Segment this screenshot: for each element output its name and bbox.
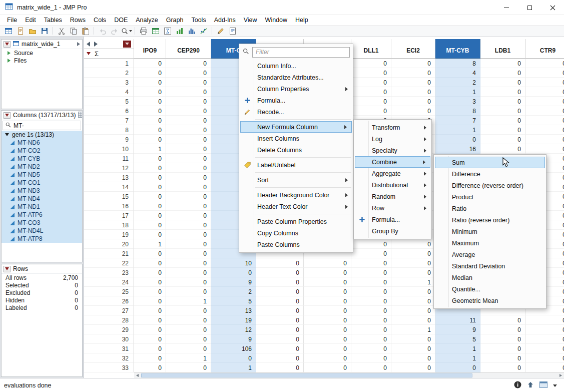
home-window-icon[interactable] [527, 381, 534, 390]
row-number[interactable]: 23 [84, 268, 134, 277]
cell[interactable]: 0 [480, 334, 525, 344]
cell[interactable]: 0 [304, 296, 351, 306]
cell[interactable]: 0 [134, 192, 166, 201]
cell[interactable]: 0 [166, 106, 211, 116]
cell[interactable]: 0 [304, 353, 351, 363]
cell[interactable]: 1 [435, 125, 480, 135]
column-list-item-mt-nd4l[interactable]: MT-ND4L [2, 227, 82, 235]
columns-view-icon[interactable] [78, 112, 82, 119]
zoom-icon[interactable] [121, 26, 132, 36]
cell[interactable]: 0 [525, 87, 564, 97]
cell[interactable]: 5 [435, 334, 480, 344]
cell[interactable]: 0 [391, 249, 435, 258]
column-list-item-mt-nd2[interactable]: MT-ND2 [2, 163, 82, 171]
cell[interactable]: 0 [166, 230, 211, 239]
column-list-item-mt-nd1[interactable]: MT-ND1 [2, 203, 82, 211]
ctx-column-info-menu-item[interactable]: Column Info... [239, 60, 353, 72]
cell[interactable]: 0 [134, 173, 166, 182]
column-list-item-mt-nd3[interactable]: MT-ND3 [2, 187, 82, 195]
cell[interactable]: 0 [134, 353, 166, 363]
cell[interactable]: 0 [166, 315, 211, 325]
red-triangle-menu-icon[interactable] [4, 266, 11, 272]
cell[interactable]: 0 [166, 173, 211, 182]
ctx-header-text-color-menu-item[interactable]: Header Text Color [239, 201, 353, 212]
menu-tools[interactable]: Tools [187, 16, 210, 25]
cell[interactable]: 0 [480, 97, 525, 106]
disclosure-triangle-icon[interactable] [8, 51, 11, 55]
column-list-item-mt-atp6[interactable]: MT-ATP6 [2, 211, 82, 219]
cell[interactable]: 0 [391, 315, 435, 325]
cell[interactable]: 0 [134, 87, 166, 97]
cell[interactable]: 0 [304, 277, 351, 287]
menu-analyze[interactable]: Analyze [132, 16, 162, 25]
column-list-item-mt-co3[interactable]: MT-CO3 [2, 219, 82, 227]
cell[interactable]: 0 [351, 268, 391, 277]
cell[interactable]: 0 [351, 277, 391, 287]
menu-cols[interactable]: Cols [90, 16, 110, 25]
ctx-formula-menu-item[interactable]: Formula... [239, 95, 353, 106]
cell[interactable]: 0 [391, 97, 435, 106]
cell[interactable]: 0 [134, 154, 166, 163]
cell[interactable]: 0 [256, 325, 304, 334]
menu-window[interactable]: Window [261, 16, 291, 25]
cell[interactable]: 0 [391, 296, 435, 306]
cell[interactable]: 0 [134, 97, 166, 106]
cell[interactable]: 0 [256, 344, 304, 353]
cell[interactable]: 0 [480, 353, 525, 363]
row-number[interactable]: 4 [84, 87, 134, 97]
row-number[interactable]: 25 [84, 287, 134, 296]
cell[interactable]: 9 [211, 334, 256, 344]
cell[interactable]: 0 [166, 363, 211, 372]
column-header-ipo9[interactable]: IPO9 [134, 39, 166, 59]
formula-editor-icon[interactable] [215, 26, 226, 36]
cell[interactable]: 16 [435, 144, 480, 154]
cell[interactable]: 0 [166, 182, 211, 192]
cell[interactable]: 0 [351, 97, 391, 106]
cell[interactable]: 11 [435, 315, 480, 325]
sub-specialty-menu-item[interactable]: Specialty [354, 145, 431, 156]
cell[interactable]: 12 [211, 325, 256, 334]
cell[interactable]: 0 [391, 353, 435, 363]
column-header-mt-cyb[interactable]: MT-CYB [435, 39, 480, 59]
redo-icon[interactable] [109, 26, 120, 36]
cell[interactable]: 0 [351, 306, 391, 315]
red-triangle-hotspot-icon[interactable] [123, 41, 131, 48]
menu-tables[interactable]: Tables [40, 16, 66, 25]
cell[interactable]: 0 [134, 287, 166, 296]
cell[interactable]: 1 [435, 87, 480, 97]
column-header-cep290[interactable]: CEP290 [166, 39, 211, 59]
panel-collapse-icon[interactable] [77, 42, 80, 46]
cell[interactable]: 0 [391, 239, 435, 249]
cell[interactable]: 0 [134, 68, 166, 78]
row-number[interactable]: 14 [84, 182, 134, 192]
cell[interactable]: 0 [391, 258, 435, 268]
cell[interactable]: 0 [134, 344, 166, 353]
cell[interactable]: 0 [480, 315, 525, 325]
undo-icon[interactable] [97, 26, 108, 36]
cell[interactable]: 0 [351, 249, 391, 258]
sub-random-menu-item[interactable]: Random [354, 191, 431, 202]
cell[interactable]: 0 [134, 230, 166, 239]
cell[interactable]: 2 [435, 78, 480, 87]
cell[interactable]: 0 [435, 135, 480, 144]
sidebar-item-source[interactable]: Source [2, 49, 82, 57]
ctx-delete-columns-menu-item[interactable]: Delete Columns [239, 144, 353, 156]
column-list-item-mt-nd5[interactable]: MT-ND5 [2, 171, 82, 179]
row-number[interactable]: 10 [84, 144, 134, 154]
print-icon[interactable] [138, 26, 149, 36]
cell[interactable]: 0 [134, 363, 166, 372]
cell[interactable]: 0 [351, 59, 391, 68]
sub-transform-menu-item[interactable]: Transform [354, 122, 431, 133]
cell[interactable]: 0 [134, 182, 166, 192]
cell[interactable]: 0 [166, 78, 211, 87]
cell[interactable]: 0 [134, 334, 166, 344]
cell[interactable]: 0 [134, 296, 166, 306]
cell[interactable]: 0 [351, 239, 391, 249]
cell[interactable]: 0 [166, 116, 211, 125]
cell[interactable]: 0 [134, 268, 166, 277]
menu-rows[interactable]: Rows [66, 16, 90, 25]
row-number[interactable]: 5 [84, 97, 134, 106]
collapse-right-icon[interactable] [94, 42, 98, 47]
cell[interactable]: 0 [134, 201, 166, 211]
cell[interactable]: 0 [351, 68, 391, 78]
